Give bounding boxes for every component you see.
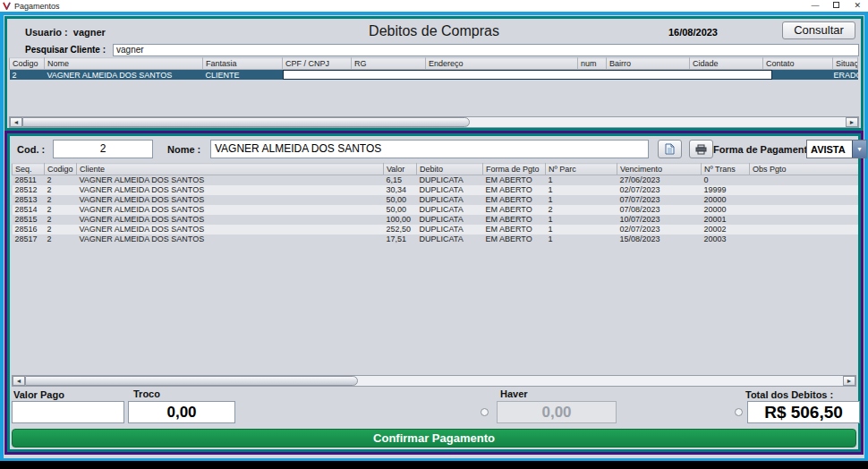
consultar-button[interactable]: Consultar bbox=[782, 21, 855, 39]
table-row[interactable]: 285142VAGNER ALMEIDA DOS SANTOS50,00DUPL… bbox=[13, 205, 859, 215]
payment-totals-bar: Valor Pago Troco 0,00 Haver 0,00 Total d… bbox=[10, 387, 858, 428]
forma-pagamento-value: AVISTA bbox=[807, 144, 852, 155]
search-label: Pesquisar Cliente : bbox=[25, 45, 106, 55]
cell: 1 bbox=[546, 215, 617, 225]
troco-input[interactable]: 0,00 bbox=[128, 401, 235, 423]
minimize-icon[interactable]: — bbox=[811, 2, 819, 10]
cell: 1 bbox=[546, 195, 617, 205]
printer-icon bbox=[695, 144, 707, 155]
maximize-icon[interactable] bbox=[833, 2, 839, 10]
cell bbox=[750, 175, 859, 185]
col-codigo[interactable]: Codigo bbox=[45, 164, 77, 175]
col-rg[interactable]: RG bbox=[352, 58, 426, 70]
clients-horizontal-scrollbar[interactable]: ◄ ► bbox=[9, 116, 859, 128]
cell: 1 bbox=[546, 175, 617, 185]
col-situacao[interactable]: Situação bbox=[833, 58, 858, 70]
cell: 19999 bbox=[702, 185, 750, 195]
col-fantasia[interactable]: Fantasia bbox=[203, 58, 283, 70]
scrollbar-track[interactable] bbox=[358, 376, 843, 386]
cell: 0 bbox=[702, 175, 750, 185]
debits-header-row: Seq. Codigo Cliente Valor Debito Forma d… bbox=[13, 164, 859, 175]
total-radio[interactable] bbox=[735, 408, 743, 416]
scrollbar-thumb[interactable] bbox=[22, 117, 470, 127]
cell: 20000 bbox=[702, 195, 750, 205]
table-row[interactable]: 285162VAGNER ALMEIDA DOS SANTOS252,50DUP… bbox=[13, 225, 859, 234]
window-title: Pagamentos bbox=[14, 2, 60, 11]
table-row[interactable]: 285112VAGNER ALMEIDA DOS SANTOS6,15DUPLI… bbox=[13, 175, 859, 185]
col-num[interactable]: num bbox=[578, 58, 607, 70]
clients-table: Codigo Nome Fantasia CPF / CNPJ RG Ender… bbox=[7, 57, 861, 116]
total-debitos-value[interactable]: R$ 506,50 bbox=[747, 401, 860, 423]
cell: EM ABERTO bbox=[483, 205, 546, 215]
chevron-down-icon[interactable]: ▼ bbox=[852, 141, 866, 158]
forma-pagamento-label: Forma de Pagamento : bbox=[713, 144, 820, 155]
scroll-right-arrow-icon[interactable]: ► bbox=[843, 376, 855, 386]
col-cliente[interactable]: Cliente bbox=[77, 164, 384, 175]
cell: DUPLICATA bbox=[417, 185, 483, 195]
search-input[interactable] bbox=[113, 44, 859, 56]
col-n-trans[interactable]: Nº Trans bbox=[702, 164, 750, 175]
haver-input[interactable]: 0,00 bbox=[497, 401, 617, 423]
table-row[interactable]: 285132VAGNER ALMEIDA DOS SANTOS50,00DUPL… bbox=[13, 195, 859, 205]
cell: 28514 bbox=[13, 205, 45, 215]
printer-button[interactable] bbox=[689, 140, 713, 158]
haver-radio[interactable] bbox=[481, 408, 489, 416]
col-vencimento[interactable]: Vencimento bbox=[617, 164, 702, 175]
col-cidade[interactable]: Cidade bbox=[690, 58, 763, 70]
forma-pagamento-select[interactable]: AVISTA ▼ bbox=[806, 140, 867, 158]
cod-field[interactable]: 2 bbox=[53, 140, 153, 158]
cell bbox=[750, 185, 859, 195]
cell-fantasia: CLIENTE bbox=[203, 70, 283, 81]
scrollbar-thumb[interactable] bbox=[25, 376, 358, 386]
cell: EM ABERTO bbox=[483, 234, 546, 244]
col-debito[interactable]: Debito bbox=[417, 164, 483, 175]
debits-horizontal-scrollbar[interactable]: ◄ ► bbox=[12, 375, 856, 387]
cell: 28511 bbox=[13, 175, 45, 185]
cell: DUPLICATA bbox=[417, 215, 483, 225]
col-cpf-cnpj[interactable]: CPF / CNPJ bbox=[283, 58, 352, 70]
payment-panel: Cod. : 2 Nome : VAGNER ALMEIDA DOS SANTO… bbox=[7, 133, 861, 452]
valor-pago-input[interactable] bbox=[12, 401, 124, 423]
col-valor[interactable]: Valor bbox=[384, 164, 417, 175]
cell-situacao: ERADO bbox=[833, 70, 858, 81]
cell: 17,51 bbox=[384, 234, 417, 244]
document-button[interactable] bbox=[658, 140, 682, 158]
table-row[interactable]: 285122VAGNER ALMEIDA DOS SANTOS30,34DUPL… bbox=[13, 185, 859, 195]
col-bairro[interactable]: Bairro bbox=[607, 58, 690, 70]
nome-field[interactable]: VAGNER ALMEIDA DOS SANTOS bbox=[210, 140, 649, 158]
client-edit-cell[interactable] bbox=[283, 70, 772, 80]
cell: 02/07/2023 bbox=[617, 185, 702, 195]
app-logo-icon bbox=[3, 2, 11, 10]
cell: DUPLICATA bbox=[417, 195, 483, 205]
col-contato[interactable]: Contato bbox=[763, 58, 833, 70]
col-forma-pgto[interactable]: Forma de Pgto bbox=[483, 164, 546, 175]
payment-panel-border: Cod. : 2 Nome : VAGNER ALMEIDA DOS SANTO… bbox=[4, 131, 864, 455]
total-debitos-label: Total dos Debitos : bbox=[745, 389, 833, 400]
col-nome[interactable]: Nome bbox=[45, 58, 203, 70]
cell: 02/07/2023 bbox=[617, 225, 702, 234]
scroll-left-arrow-icon[interactable]: ◄ bbox=[10, 117, 22, 127]
close-icon[interactable]: ✕ bbox=[854, 2, 861, 10]
cell: 07/07/2023 bbox=[617, 195, 702, 205]
col-endereco[interactable]: Endereço bbox=[426, 58, 578, 70]
haver-label: Haver bbox=[500, 388, 528, 399]
col-codigo[interactable]: Codigo bbox=[10, 58, 45, 70]
scrollbar-track[interactable] bbox=[470, 117, 846, 127]
cell: 100,00 bbox=[384, 215, 417, 225]
col-n-parc[interactable]: Nº Parc bbox=[546, 164, 617, 175]
col-seq[interactable]: Seq. bbox=[13, 164, 45, 175]
debits-table: Seq. Codigo Cliente Valor Debito Forma d… bbox=[10, 163, 858, 375]
table-row[interactable]: 285152VAGNER ALMEIDA DOS SANTOS100,00DUP… bbox=[13, 215, 859, 225]
scroll-right-arrow-icon[interactable]: ► bbox=[846, 117, 858, 127]
cell: EM ABERTO bbox=[483, 225, 546, 234]
col-obs-pgto[interactable]: Obs Pgto bbox=[750, 164, 859, 175]
cell bbox=[750, 234, 859, 244]
cell: VAGNER ALMEIDA DOS SANTOS bbox=[77, 234, 384, 244]
table-row[interactable]: 285172VAGNER ALMEIDA DOS SANTOS17,51DUPL… bbox=[13, 234, 859, 244]
confirmar-pagamento-button[interactable]: Confirmar Pagamento bbox=[12, 429, 856, 448]
titlebar: Pagamentos — ✕ bbox=[0, 0, 868, 12]
cell: 1 bbox=[546, 185, 617, 195]
cell: VAGNER ALMEIDA DOS SANTOS bbox=[77, 195, 384, 205]
scroll-left-arrow-icon[interactable]: ◄ bbox=[13, 376, 25, 386]
client-row-selected[interactable]: 2 VAGNER ALMEIDA DOS SANTOS CLIENTE ERAD… bbox=[10, 70, 858, 81]
